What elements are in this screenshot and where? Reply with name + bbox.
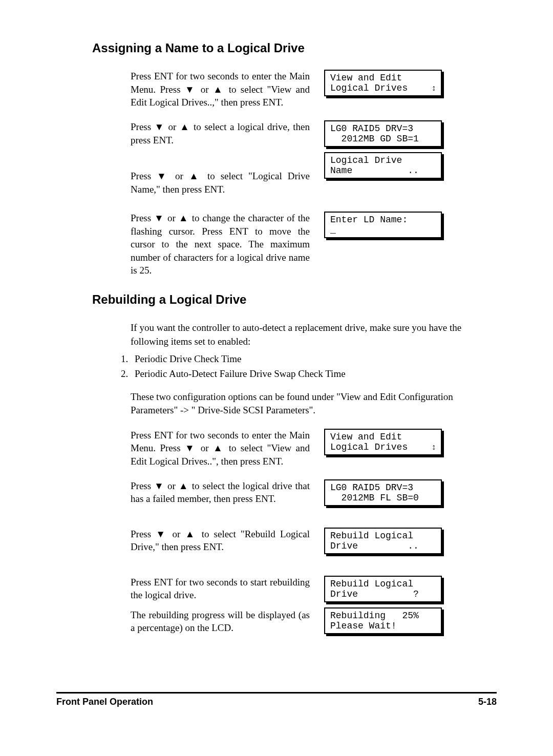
rebuild-step1: Press ENT for two seconds to enter the M…	[92, 429, 310, 468]
lcd-line: Rebuild Logical	[330, 531, 436, 541]
step2-text: Press ▼ or ▲ to select a logical drive, …	[92, 120, 310, 146]
lcd-line: _	[330, 225, 436, 235]
lcd-line: View and Edit	[330, 432, 436, 442]
footer-page-number: 5-18	[478, 697, 497, 707]
lcd-line: 2012MB FL SB=0	[330, 493, 436, 503]
rebuild-prereq-list: Periodic Drive Check Time Periodic Auto-…	[92, 352, 497, 381]
lcd-rebuilding-progress: Rebuilding 25% Please Wait!	[324, 607, 442, 634]
lcd-line: Drive ..	[330, 541, 436, 551]
list-item: Periodic Auto-Detect Failure Drive Swap …	[131, 367, 497, 381]
lcd-logical-drive-name: Logical Drive Name ..	[324, 152, 442, 179]
lcd-line: Rebuilding 25%	[330, 611, 436, 621]
lcd-lg0-failed: LG0 RAID5 DRV=3 2012MB FL SB=0	[324, 479, 442, 506]
rebuild-step5: The rebuilding progress will be displaye…	[92, 608, 310, 635]
updown-icon: ↕	[432, 83, 436, 93]
lcd-line: Please Wait!	[330, 621, 436, 631]
lcd-lg0-status: LG0 RAID5 DRV=3 2012MB GD SB=1	[324, 120, 442, 147]
lcd-text: Logical Drives	[330, 83, 408, 93]
lcd-line: Logical Drives ↕	[330, 442, 436, 452]
heading-assign-name: Assigning a Name to a Logical Drive	[92, 41, 497, 55]
step4-text: Press ▼ or ▲ to change the character of …	[92, 212, 310, 277]
lcd-text: Logical Drives	[330, 442, 408, 452]
lcd-line: View and Edit	[330, 73, 436, 83]
lcd-line: Rebuild Logical	[330, 579, 436, 589]
step3-text: Press ▼ or ▲ to select "Logical Drive Na…	[92, 170, 310, 196]
lcd-line: 2012MB GD SB=1	[330, 134, 436, 144]
rebuild-step2: Press ▼ or ▲ to select the logical drive…	[92, 479, 310, 506]
lcd-line: Name ..	[330, 165, 436, 176]
lcd-view-edit: View and Edit Logical Drives ↕	[324, 70, 442, 96]
list-item: Periodic Drive Check Time	[131, 352, 497, 366]
lcd-line: Logical Drives ↕	[330, 83, 436, 93]
lcd-line: Enter LD Name:	[330, 215, 436, 225]
lcd-line: LG0 RAID5 DRV=3	[330, 123, 436, 134]
step1-text: Press ENT for two seconds to enter the M…	[92, 70, 310, 109]
lcd-line: LG0 RAID5 DRV=3	[330, 482, 436, 493]
lcd-rebuild-confirm: Rebuild Logical Drive ?	[324, 576, 442, 602]
rebuild-intro: If you want the controller to auto-detec…	[92, 321, 497, 348]
rebuild-intro2: These two configuration options can be f…	[92, 390, 497, 417]
lcd-line: Drive ?	[330, 589, 436, 599]
lcd-view-edit-2: View and Edit Logical Drives ↕	[324, 429, 442, 455]
updown-icon: ↕	[432, 443, 436, 452]
footer-left: Front Panel Operation	[56, 697, 153, 707]
lcd-line: Logical Drive	[330, 155, 436, 165]
heading-rebuilding: Rebuilding a Logical Drive	[92, 292, 497, 307]
lcd-enter-ld-name: Enter LD Name: _	[324, 212, 442, 238]
rebuild-step4: Press ENT for two seconds to start rebui…	[92, 576, 310, 602]
lcd-rebuild-menu: Rebuild Logical Drive ..	[324, 528, 442, 554]
rebuild-step3: Press ▼ or ▲ to select "Rebuild Logical …	[92, 528, 310, 554]
